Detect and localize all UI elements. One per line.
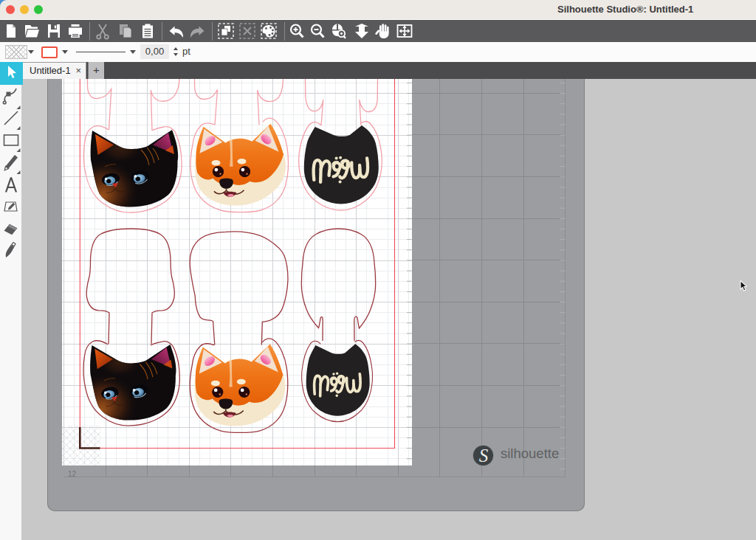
svg-text:12: 12 (68, 470, 77, 478)
svg-text:silhouette: silhouette (501, 446, 559, 461)
svg-text:S: S (479, 446, 489, 465)
